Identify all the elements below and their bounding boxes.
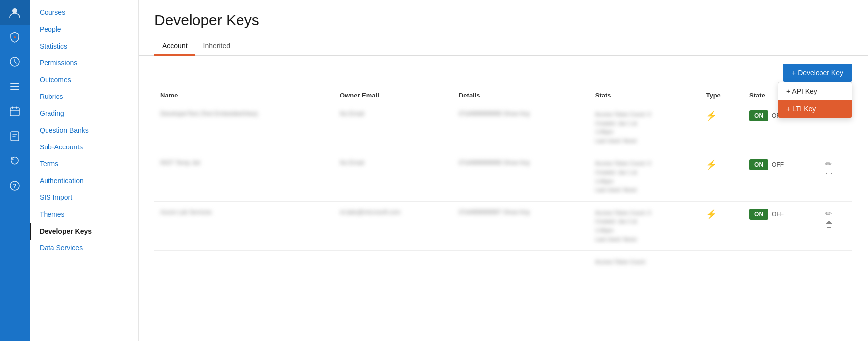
dropdown-api-key[interactable]: + API Key xyxy=(778,82,852,100)
tab-bar: Account Inherited xyxy=(139,37,868,56)
state-off-label: OFF xyxy=(772,161,784,168)
table-row: DeveloperTest (Test EmbeddedView) No Ema… xyxy=(154,103,852,152)
row2-details: 07d4f8f8f8f8f8f8 Show Key xyxy=(459,159,530,166)
tab-inherited[interactable]: Inherited xyxy=(195,37,238,56)
svg-rect-4 xyxy=(10,86,19,87)
calendar-icon[interactable] xyxy=(0,99,30,124)
svg-rect-7 xyxy=(11,132,19,141)
col-owner-email: Owner Email xyxy=(334,88,453,103)
sidebar-item-people[interactable]: People xyxy=(30,21,138,38)
report-icon[interactable] xyxy=(0,124,30,148)
sidebar-item-question-banks[interactable]: Question Banks xyxy=(30,122,138,139)
row2-name: INST Temp Jwt xyxy=(160,159,200,166)
content-area: + Developer Key + API Key + LTI Key Name… xyxy=(139,56,868,341)
row2-actions: ✏ 🗑 xyxy=(825,159,846,180)
row3-stats: Access Token Count: 0 Created: Jan 2 at … xyxy=(595,209,694,244)
state-off-label: OFF xyxy=(772,211,784,218)
main-content: Developer Keys Account Inherited + Devel… xyxy=(139,0,868,341)
plug-icon: ⚡ xyxy=(706,209,717,219)
help-icon[interactable]: ? xyxy=(0,173,30,198)
col-stats: Stats xyxy=(589,88,700,103)
svg-text:?: ? xyxy=(13,183,16,190)
table-row: Azure Lab Services nt.labs@microsoft.com… xyxy=(154,201,852,250)
delete-icon[interactable]: 🗑 xyxy=(825,171,846,180)
clock-icon[interactable] xyxy=(0,49,30,74)
sidebar-item-statistics[interactable]: Statistics xyxy=(30,38,138,54)
svg-point-1 xyxy=(14,36,16,38)
edit-icon[interactable]: ✏ xyxy=(825,159,846,169)
state-on-badge[interactable]: ON xyxy=(749,159,768,170)
refresh-icon[interactable] xyxy=(0,148,30,173)
avatar-icon[interactable] xyxy=(0,0,30,25)
plug-icon: ⚡ xyxy=(706,160,717,170)
row1-name: DeveloperTest (Test EmbeddedView) xyxy=(160,110,258,117)
sidebar-item-themes[interactable]: Themes xyxy=(30,206,138,223)
sidebar-item-terms[interactable]: Terms xyxy=(30,155,138,172)
row2-state: ON OFF xyxy=(749,159,814,170)
state-on-badge[interactable]: ON xyxy=(749,209,768,220)
tab-account[interactable]: Account xyxy=(154,37,195,56)
sidebar: Courses People Statistics Permissions Ou… xyxy=(30,0,139,341)
delete-icon[interactable]: 🗑 xyxy=(825,220,846,229)
sidebar-item-sis-import[interactable]: SIS Import xyxy=(30,189,138,206)
svg-rect-3 xyxy=(10,83,19,84)
svg-point-0 xyxy=(12,8,17,13)
developer-keys-table: Name Owner Email Details Stats Type Stat… xyxy=(154,88,852,274)
plug-icon: ⚡ xyxy=(706,111,717,121)
row2-email: No Email xyxy=(340,159,364,166)
row3-email: nt.labs@microsoft.com xyxy=(340,209,400,216)
svg-rect-5 xyxy=(10,89,19,90)
sidebar-item-grading[interactable]: Grading xyxy=(30,105,138,122)
sidebar-item-sub-accounts[interactable]: Sub-Accounts xyxy=(30,139,138,155)
sidebar-item-courses[interactable]: Courses xyxy=(30,4,138,21)
edit-icon[interactable]: ✏ xyxy=(825,209,846,218)
row4-stats: Access Token Count: xyxy=(595,258,694,267)
state-on-badge[interactable]: ON xyxy=(749,110,768,121)
sidebar-item-outcomes[interactable]: Outcomes xyxy=(30,71,138,88)
row1-stats: Access Token Count: 0 Created: Jan 1 at … xyxy=(595,110,694,145)
add-developer-key-button[interactable]: + Developer Key xyxy=(783,64,852,82)
sidebar-item-data-services[interactable]: Data Services xyxy=(30,240,138,256)
row3-actions: ✏ 🗑 xyxy=(825,209,846,229)
page-header: Developer Keys xyxy=(139,0,868,37)
table-row: INST Temp Jwt No Email 07d4f8f8f8f8f8f8 … xyxy=(154,152,852,201)
table-row: Access Token Count: xyxy=(154,251,852,274)
dropdown-lti-key[interactable]: + LTI Key xyxy=(778,100,852,118)
sidebar-item-rubrics[interactable]: Rubrics xyxy=(30,88,138,105)
col-details: Details xyxy=(453,88,589,103)
row3-details: 07d4f8f8f8f8f8f7 Show Key xyxy=(459,209,530,216)
shield-icon[interactable] xyxy=(0,25,30,49)
row2-stats: Access Token Count: 0 Created: Jan 1 at … xyxy=(595,159,694,194)
col-type: Type xyxy=(700,88,743,103)
sidebar-item-permissions[interactable]: Permissions xyxy=(30,54,138,71)
sidebar-item-authentication[interactable]: Authentication xyxy=(30,172,138,189)
col-name: Name xyxy=(154,88,334,103)
dropdown-menu: + API Key + LTI Key xyxy=(778,82,852,118)
icon-rail: ? xyxy=(0,0,30,341)
page-title: Developer Keys xyxy=(154,12,852,29)
row1-details: 07d4f8f8f8f8f8f8 Show Key xyxy=(459,110,530,117)
row3-name: Azure Lab Services xyxy=(160,209,212,216)
svg-rect-6 xyxy=(10,108,19,116)
row3-state: ON OFF xyxy=(749,209,814,220)
sidebar-item-developer-keys[interactable]: Developer Keys xyxy=(30,223,138,240)
list-icon[interactable] xyxy=(0,74,30,99)
row1-email: No Email xyxy=(340,110,364,117)
